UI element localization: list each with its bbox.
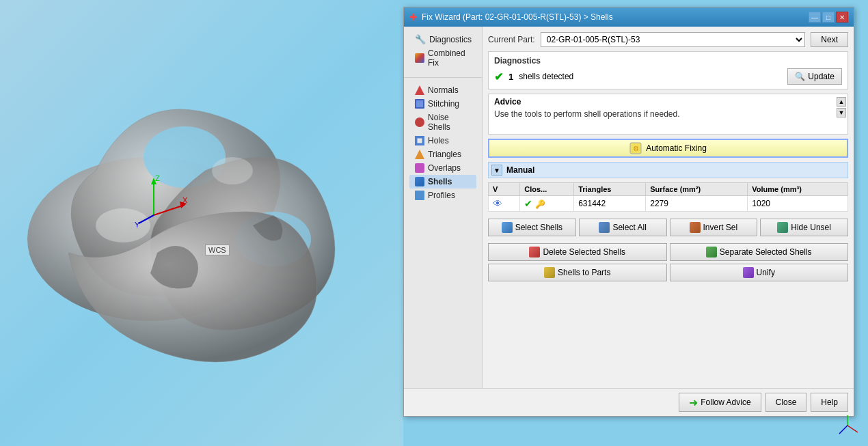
scroll-arrows: ▲ ▼: [837, 97, 846, 117]
update-button[interactable]: 🔍 Update: [787, 68, 842, 85]
hide-unsel-label: Hide Unsel: [791, 223, 831, 232]
auto-fix-button[interactable]: ⚙ Automatic Fixing: [488, 139, 848, 158]
update-label: Update: [808, 72, 835, 81]
row-v: 👁: [489, 196, 520, 212]
close-button[interactable]: Close: [765, 393, 807, 412]
scroll-up-button[interactable]: ▲: [837, 97, 846, 107]
select-all-icon: [599, 222, 610, 233]
dialog-content: 🔧 Diagnostics Combined Fix Normals Stitc…: [404, 27, 854, 388]
sidebar-item-holes[interactable]: Holes: [409, 134, 476, 148]
minimize-button[interactable]: —: [809, 12, 821, 23]
table-row[interactable]: 👁 ✔ 🔑 631442 2279 1020: [489, 196, 848, 212]
scroll-down-button[interactable]: ▼: [837, 108, 846, 117]
sidebar-item-noise[interactable]: Noise Shells: [409, 111, 476, 134]
title-controls: — □ ✕: [809, 12, 848, 23]
svg-line-16: [847, 426, 858, 432]
delete-selected-icon: [529, 247, 540, 257]
sidebar-item-shells-label: Shells: [428, 177, 452, 186]
diag-count: 1: [508, 72, 513, 82]
footer: ➜ Follow Advice Close Help: [404, 388, 854, 416]
sidebar-item-profiles-label: Profiles: [428, 191, 455, 200]
maximize-button[interactable]: □: [822, 12, 835, 23]
sidebar-item-triangles-label: Triangles: [428, 150, 461, 159]
title-bar: ✚ Fix Wizard (Part: 02-GR-01-005-R(STL)-…: [404, 8, 854, 27]
advice-title: Advice: [494, 97, 842, 107]
col-volume: Volume (mm³): [748, 183, 848, 196]
svg-text:Y: Y: [135, 221, 140, 229]
invert-sel-button[interactable]: Invert Sel: [670, 219, 758, 236]
sidebar-item-noise-label: Noise Shells: [428, 113, 471, 132]
help-button[interactable]: Help: [811, 393, 848, 412]
shells-table: V Clos... Triangles Surface (mm²) Volume…: [488, 182, 848, 212]
combined-icon: [415, 53, 424, 63]
col-v: V: [489, 183, 520, 196]
advice-text: Use the tools to perform shell operation…: [494, 109, 842, 119]
shells-to-parts-label: Shells to Parts: [558, 268, 610, 277]
unify-button[interactable]: Unify: [670, 264, 849, 281]
row-triangles: 631442: [574, 196, 646, 212]
row-close: ✔ 🔑: [520, 196, 574, 212]
current-part-label: Current Part:: [488, 35, 535, 44]
stitching-icon: [415, 99, 424, 109]
select-shells-icon: [502, 222, 513, 233]
svg-text:X: X: [182, 196, 188, 204]
profiles-icon: [415, 191, 424, 200]
manual-collapse-button[interactable]: ▼: [491, 165, 502, 176]
main-panel: Current Part: 02-GR-01-005-R(STL)-53 Nex…: [483, 27, 854, 388]
delete-selected-label: Delete Selected Shells: [543, 247, 625, 257]
corner-axes: [834, 412, 861, 439]
select-shells-label: Select Shells: [515, 223, 562, 232]
fix-wizard-dialog: ✚ Fix Wizard (Part: 02-GR-01-005-R(STL)-…: [403, 7, 854, 417]
select-shells-button[interactable]: Select Shells: [488, 219, 576, 236]
current-part-row: Current Part: 02-GR-01-005-R(STL)-53 Nex…: [488, 32, 848, 47]
sidebar-item-triangles[interactable]: Triangles: [409, 148, 476, 161]
svg-point-4: [212, 157, 253, 184]
wcs-label: WCS: [205, 245, 230, 255]
follow-advice-button[interactable]: ➜ Follow Advice: [679, 393, 761, 412]
triangles-icon: [415, 150, 424, 159]
3d-viewport: Z X Y WCS: [0, 0, 403, 446]
svg-text:Z: Z: [155, 174, 160, 182]
manual-title: Manual: [506, 165, 534, 175]
advice-section: Advice Use the tools to perform shell op…: [488, 94, 848, 135]
sidebar-item-overlaps[interactable]: Overlaps: [409, 161, 476, 175]
sidebar-item-combined-label: Combined Fix: [428, 48, 471, 68]
close-window-button[interactable]: ✕: [836, 12, 848, 23]
sidebar-item-diagnostics[interactable]: 🔧 Diagnostics: [409, 32, 476, 46]
shells-icon: [415, 177, 424, 186]
sidebar-item-shells[interactable]: Shells: [409, 175, 476, 189]
delete-selected-button[interactable]: Delete Selected Shells: [488, 243, 667, 261]
svg-text:⚙: ⚙: [633, 145, 639, 152]
next-button[interactable]: Next: [811, 32, 848, 47]
select-all-button[interactable]: Select All: [579, 219, 667, 236]
hide-unsel-button[interactable]: Hide Unsel: [760, 219, 848, 236]
select-all-label: Select All: [612, 223, 646, 232]
follow-advice-label: Follow Advice: [701, 398, 750, 407]
invert-sel-label: Invert Sel: [703, 223, 738, 232]
auto-fix-label: Automatic Fixing: [646, 143, 707, 153]
sidebar-item-combined[interactable]: Combined Fix: [409, 46, 476, 70]
svg-line-17: [839, 426, 847, 434]
title-icon: ✚: [409, 12, 418, 23]
eye-icon: 👁: [493, 198, 502, 209]
separate-selected-label: Separate Selected Shells: [720, 247, 812, 257]
sidebar-item-normals[interactable]: Normals: [409, 83, 476, 97]
current-part-select[interactable]: 02-GR-01-005-R(STL)-53: [541, 32, 806, 47]
sidebar-item-holes-label: Holes: [428, 136, 449, 145]
hide-unsel-icon: [777, 222, 788, 233]
check-icon: ✔: [494, 70, 503, 83]
separate-selected-button[interactable]: Separate Selected Shells: [670, 243, 849, 261]
diagnostics-title: Diagnostics: [494, 56, 842, 66]
search-icon: 🔍: [795, 72, 805, 81]
invert-sel-icon: [690, 222, 701, 233]
follow-advice-icon: ➜: [689, 396, 698, 409]
unify-label: Unify: [757, 268, 775, 277]
col-clos: Clos...: [520, 183, 574, 196]
shells-to-parts-button[interactable]: Shells to Parts: [488, 264, 667, 281]
title-text: Fix Wizard (Part: 02-GR-01-005-R(STL)-53…: [422, 12, 613, 22]
diagnostics-row: ✔ 1 shells detected 🔍 Update: [494, 68, 842, 85]
holes-icon: [415, 136, 424, 145]
sidebar-item-diagnostics-label: Diagnostics: [429, 35, 472, 44]
sidebar-item-profiles[interactable]: Profiles: [409, 189, 476, 202]
sidebar-item-stitching[interactable]: Stitching: [409, 97, 476, 111]
